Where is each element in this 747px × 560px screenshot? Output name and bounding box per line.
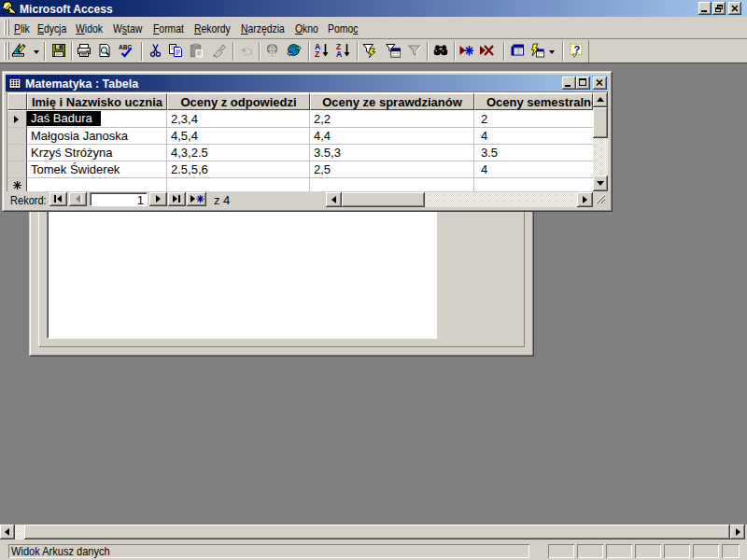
svg-text:?: ? [573,44,580,55]
svg-text:Z: Z [315,49,319,58]
svg-text:A: A [336,49,342,58]
